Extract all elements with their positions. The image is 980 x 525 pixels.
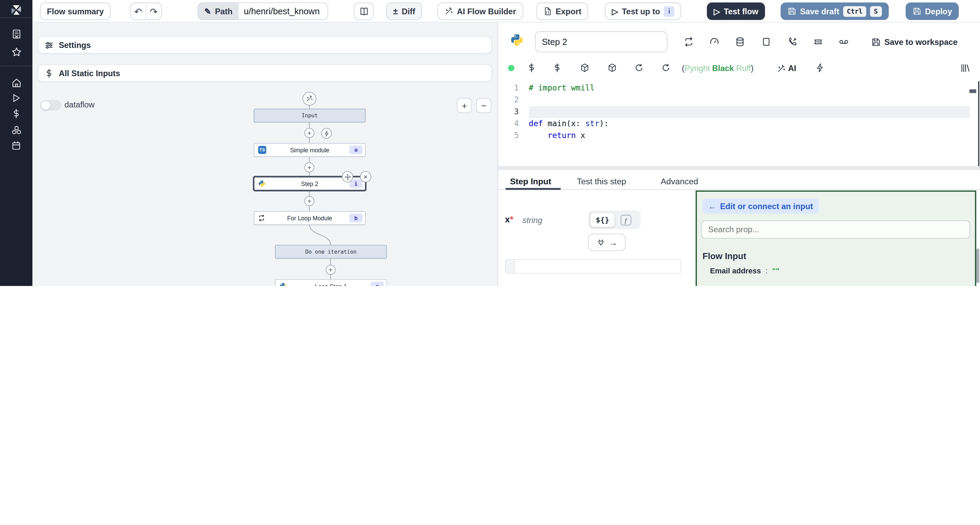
editor-current-line-highlight xyxy=(529,106,970,118)
function-mode-button[interactable]: ƒ xyxy=(620,215,631,225)
phone-suspend-icon[interactable] xyxy=(788,37,797,47)
repeat-loop-icon xyxy=(258,214,265,221)
arg-name-label: x* xyxy=(505,214,513,224)
plug-icon xyxy=(597,238,605,246)
flow-node-for-loop[interactable]: For Loop Module b xyxy=(254,211,366,225)
python-icon xyxy=(258,180,266,187)
code-assistants-label: (Pyright Black Ruff) xyxy=(682,63,754,73)
insert-step-button plus-icon[interactable] xyxy=(326,265,336,275)
step-name-input[interactable] xyxy=(535,31,667,52)
flow-input-heading: Flow Input xyxy=(702,251,746,261)
package-icon[interactable] xyxy=(608,63,617,73)
flow-input-row[interactable]: Email address : "" xyxy=(710,266,780,275)
dollar-icon[interactable] xyxy=(527,63,536,73)
voicemail-icon[interactable] xyxy=(839,37,849,47)
save-to-workspace-button[interactable]: Save to workspace xyxy=(871,37,958,47)
mock-square-icon[interactable] xyxy=(761,37,771,47)
lang-ready-status-dot xyxy=(508,65,514,71)
bolt-icon[interactable] xyxy=(816,63,825,73)
delete-step-button close-icon[interactable] xyxy=(360,171,371,182)
rerun-icon[interactable] xyxy=(684,37,694,47)
panel-divider[interactable] xyxy=(498,166,980,170)
insert-step-button plus-icon[interactable] xyxy=(304,196,314,206)
line-number: 1 xyxy=(500,83,519,92)
zoom-in-button[interactable]: + xyxy=(457,98,472,113)
code-line-5[interactable]: return x xyxy=(529,130,585,140)
code-line-4[interactable]: def main(x: str): xyxy=(529,119,609,128)
package-icon[interactable] xyxy=(580,63,589,73)
template-mode-button[interactable]: ${} xyxy=(590,212,615,227)
python-icon xyxy=(279,282,287,286)
editor-scrollbar[interactable] xyxy=(978,81,979,169)
line-number: 4 xyxy=(500,119,519,128)
edit-or-connect-pill[interactable]: Edit or connect an input xyxy=(702,198,818,214)
zoom-out-button[interactable]: − xyxy=(476,98,492,113)
line-number: 2 xyxy=(500,95,519,105)
panel-scrollbar-thumb[interactable] xyxy=(976,249,979,283)
flow-node-input[interactable]: Input xyxy=(254,109,366,122)
editor-gutter xyxy=(506,260,515,273)
tab-step-input[interactable]: Step Input xyxy=(510,177,551,186)
tab-test-this-step[interactable]: Test this step xyxy=(577,177,626,186)
editor-overview-marker xyxy=(969,89,976,93)
line-number: 3 xyxy=(500,107,519,116)
gauge-icon[interactable] xyxy=(710,37,719,47)
dollar-icon[interactable] xyxy=(553,63,562,73)
insert-step-button plus-icon[interactable] xyxy=(304,163,314,172)
line-number: 5 xyxy=(500,130,519,140)
wand-icon xyxy=(777,64,786,73)
windmill-flow-editor: Flow summary Path Diff AI Flow Builder E… xyxy=(0,0,980,286)
tab-advanced[interactable]: Advanced xyxy=(660,177,698,186)
save-icon xyxy=(871,37,881,47)
connect-input-button[interactable] xyxy=(588,233,625,251)
move-step-button move-icon[interactable] xyxy=(342,171,353,182)
ai-edit-flow-button wand-icon[interactable] xyxy=(302,92,316,105)
search-prop-input[interactable] xyxy=(701,220,970,238)
arg-type-label: string xyxy=(523,216,542,225)
python-icon xyxy=(510,33,524,47)
insert-step-button plus-icon[interactable] xyxy=(304,128,314,138)
arrow-left-icon xyxy=(708,201,716,211)
trigger-button bolt-icon[interactable] xyxy=(321,128,332,139)
refresh-icon[interactable] xyxy=(634,63,644,73)
step-id-badge: b xyxy=(350,214,363,222)
sleep-icon[interactable] xyxy=(813,37,823,47)
flow-node-do-one-iteration[interactable]: Do one iteration xyxy=(275,245,387,259)
flow-node-loop-step-1[interactable]: Loop Step 1 c xyxy=(275,279,387,286)
cache-database-icon[interactable] xyxy=(735,37,745,47)
active-tab-underline xyxy=(506,188,561,190)
tabs-bottom-border xyxy=(498,189,980,190)
typescript-icon: TS xyxy=(258,146,266,154)
step-id-badge: c xyxy=(371,282,384,286)
code-line-1[interactable]: # import wmill xyxy=(529,83,595,92)
ai-assistant-button[interactable]: AI xyxy=(777,63,796,73)
refresh-icon[interactable] xyxy=(661,63,671,73)
arg-value-editor[interactable] xyxy=(505,259,681,273)
step-id-badge: a xyxy=(350,146,363,154)
arrow-right-icon xyxy=(609,238,617,247)
flow-node-simple-module[interactable]: TS Simple module a xyxy=(254,143,366,157)
library-icon[interactable] xyxy=(960,63,970,73)
